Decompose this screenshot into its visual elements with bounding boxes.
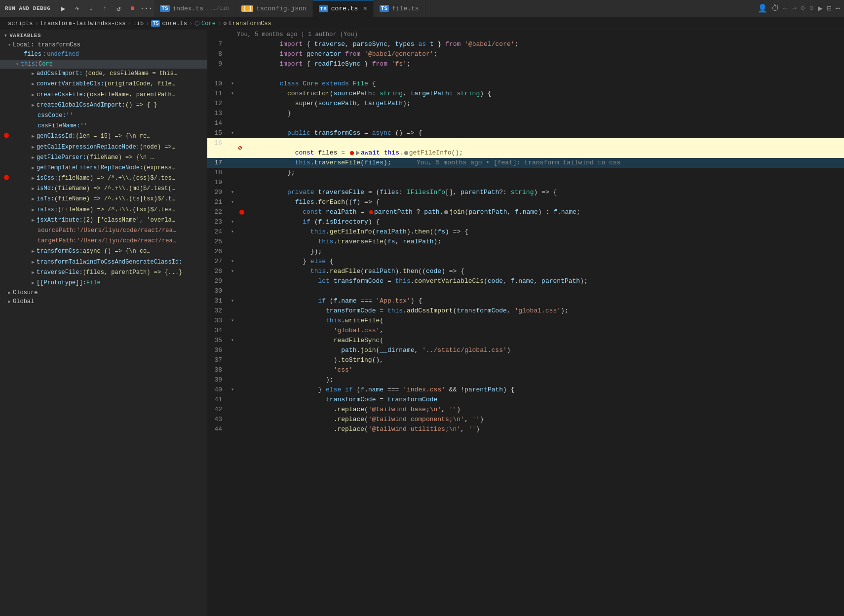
breadcrumb-transform-css[interactable]: transformCss — [229, 20, 271, 27]
fold-27[interactable]: ▾ — [228, 257, 237, 267]
fold-11[interactable]: ▾ — [228, 89, 237, 99]
var-jsxAttribute[interactable]: ▶ jsxAttribute: (2) ['className', 'overl… — [0, 215, 207, 226]
code-31: if (f.name === 'App.tsx') { — [247, 296, 844, 306]
linenum-10: 10 — [207, 79, 228, 89]
var-transformCss[interactable]: ▶ transformCss: async () => {\n co… — [0, 246, 207, 257]
fold-33[interactable]: ▾ — [228, 316, 237, 326]
line-21: 21 ▾ files.forEach((f) => { — [207, 197, 844, 207]
back-icon[interactable]: ← — [783, 4, 788, 13]
continue-button[interactable]: ▶ — [57, 2, 69, 14]
tab-index-sublabel: .../lib — [206, 5, 229, 11]
restart-button[interactable]: ↺ — [113, 2, 124, 14]
nav1-icon[interactable]: ○ — [801, 4, 806, 13]
gray-dot-16 — [404, 151, 408, 155]
var-createGlobalCssAndImport[interactable]: ▶ createGlobalCssAndImport: () => { } — [0, 100, 207, 111]
var-cssFileName[interactable]: cssFileName: '' — [0, 121, 207, 131]
local-arrow: ▾ — [8, 42, 11, 48]
fold-15[interactable]: ▾ — [228, 128, 237, 138]
var-sourcePath[interactable]: sourcePath: '/Users/liyu/code/react/rea… — [0, 226, 207, 236]
var-files[interactable]: files : undefined — [0, 49, 207, 60]
tab-index[interactable]: TS index.ts .../lib — [154, 0, 235, 17]
line-10: 10 ▾ class Core extends File { — [207, 79, 844, 89]
code-8: import generator from '@babel/generator'… — [247, 49, 844, 59]
breadcrumb-core-ts[interactable]: core.ts — [162, 20, 187, 27]
this-core-header[interactable]: ▾ this : Core — [0, 60, 207, 69]
closure-item[interactable]: ▶ Closure — [0, 288, 207, 297]
variables-header[interactable]: ▾ VARIABLES — [0, 30, 207, 40]
var-isTsx[interactable]: ▶ isTsx: (fileName) => /^.+\\.(tsx)$/.te… — [0, 205, 207, 215]
var-targetPath[interactable]: targetPath: '/Users/liyu/code/react/rea… — [0, 236, 207, 246]
run-debug-label: RUN AND DEBUG — [0, 5, 55, 11]
fold-24[interactable]: ▾ — [228, 227, 237, 237]
line-16: 16 ⊘ const files = await this.getFileInf… — [207, 138, 844, 158]
tab-core-label: core.ts — [331, 5, 358, 12]
breadcrumb-method-icon: ⚙ — [223, 20, 227, 27]
fold-10[interactable]: ▾ — [228, 79, 237, 89]
fold-28[interactable]: ▾ — [228, 267, 237, 276]
breadcrumb-core-class[interactable]: Core — [201, 20, 216, 27]
linenum-43: 43 — [207, 415, 228, 424]
line-31: 31 ▾ if (f.name === 'App.tsx') { — [207, 296, 844, 306]
fold-31[interactable]: ▾ — [228, 296, 237, 306]
var-getCallExpressionReplaceNode[interactable]: ▶ getCallExpressionReplaceNode: (node) =… — [0, 142, 207, 153]
forward-icon[interactable]: → — [792, 4, 797, 13]
linenum-8: 8 — [207, 49, 228, 59]
local-group[interactable]: ▾ Local: transformCss — [0, 40, 207, 49]
breadcrumb-scripts[interactable]: scripts — [8, 20, 33, 27]
nav2-icon[interactable]: ○ — [809, 4, 814, 13]
var-cssCode[interactable]: cssCode: '' — [0, 111, 207, 121]
var-prototype[interactable]: ▶ [[Prototype]]: File — [0, 278, 207, 288]
linenum-21: 21 — [207, 197, 228, 207]
fold-40[interactable]: ▾ — [228, 385, 237, 395]
tab-file[interactable]: TS file.ts — [374, 0, 425, 17]
var-createCssFile[interactable]: ▶ createCssFile: (cssFileName, parentPat… — [0, 90, 207, 100]
play-icon[interactable]: ▶ — [818, 3, 823, 13]
close-core-button[interactable]: × — [363, 5, 367, 13]
breadcrumb-transform[interactable]: transform-tailwindss-css — [40, 20, 126, 27]
global-item[interactable]: ▶ Global — [0, 297, 207, 306]
var-isCss[interactable]: ▶ isCss: (fileName) => /^.+\\.(css)$/.te… — [0, 173, 207, 184]
more2-icon[interactable]: ⋯ — [835, 3, 840, 13]
stop-button[interactable]: ■ — [126, 2, 138, 14]
line-30: 30 — [207, 286, 844, 296]
fold-35[interactable]: ▾ — [228, 336, 237, 346]
breadcrumb: scripts › transform-tailwindss-css › lib… — [0, 17, 844, 30]
fold-21[interactable]: ▾ — [228, 197, 237, 207]
tab-core[interactable]: TS core.ts × — [313, 0, 374, 17]
step-into-button[interactable]: ↓ — [85, 2, 97, 14]
line-29: 29 let transformCode = this.convertVaria… — [207, 276, 844, 286]
step-over-button[interactable]: ↷ — [71, 2, 83, 14]
linenum-39: 39 — [207, 375, 228, 385]
var-getTemplateLiteralReplaceNode[interactable]: ▶ getTemplateLiteralReplaceNode: (expres… — [0, 163, 207, 173]
breadcrumb-lib[interactable]: lib — [133, 20, 144, 27]
line-32: 32 transformCode = this.addCssImport(tra… — [207, 306, 844, 316]
line-22: 22 const realPath = parentPath ? path.jo… — [207, 207, 844, 217]
var-convertVariableCls[interactable]: ▶ convertVariableCls: (originalCode, fil… — [0, 79, 207, 89]
var-transformTailwindToCssAndGenerateClassId[interactable]: ▶ transformTailwindToCssAndGenerateClass… — [0, 257, 207, 268]
main-layout: ▾ VARIABLES ▾ Local: transformCss files … — [0, 30, 844, 616]
tab-tsconfig[interactable]: { } tsconfig.json — [235, 0, 312, 17]
var-addCssImport[interactable]: ▶ addCssImport: (code, cssFileName = thi… — [0, 69, 207, 79]
var-genClassId[interactable]: ▶ genClassId: (len = 15) => {\n re… — [0, 131, 207, 142]
fold-23[interactable]: ▾ — [228, 217, 237, 227]
tabs-bar: TS index.ts .../lib { } tsconfig.json TS… — [154, 0, 844, 17]
code-9: import { readFileSync } from 'fs'; — [247, 59, 844, 69]
code-editor[interactable]: You, 5 months ago | 1 author (You) 7 imp… — [207, 30, 844, 616]
var-isMd[interactable]: ▶ isMd: (fileName) => /^.+\\.(md)$/.test… — [0, 184, 207, 194]
fold-20[interactable]: ▾ — [228, 188, 237, 197]
tab-right-icons: 👤 ⏱ ← → ○ ○ ▶ ⊟ ⋯ — [754, 0, 844, 17]
ts-icon-active: TS — [319, 5, 328, 12]
var-traverseFile[interactable]: ▶ traverseFile: (files, parentPath) => {… — [0, 268, 207, 278]
var-isTs[interactable]: ▶ isTs: (fileName) => /^.+\\.(ts|tsx)$/.… — [0, 194, 207, 204]
toolbar-icons: ▶ ↷ ↓ ↑ ↺ ■ ··· — [55, 2, 154, 14]
local-label: Local: transformCss — [13, 41, 80, 48]
linenum-14: 14 — [207, 118, 228, 128]
line-41: 41 transformCode = transformCode — [207, 395, 844, 405]
split-icon[interactable]: ⊟ — [827, 3, 832, 13]
history-icon[interactable]: ⏱ — [771, 4, 779, 13]
line-26: 26 }); — [207, 247, 844, 257]
more-button[interactable]: ··· — [140, 2, 152, 14]
var-getFileParser[interactable]: ▶ getFileParser: (fileName) => {\n … — [0, 153, 207, 163]
files-val: undefined — [47, 50, 79, 59]
step-out-button[interactable]: ↑ — [99, 2, 111, 14]
